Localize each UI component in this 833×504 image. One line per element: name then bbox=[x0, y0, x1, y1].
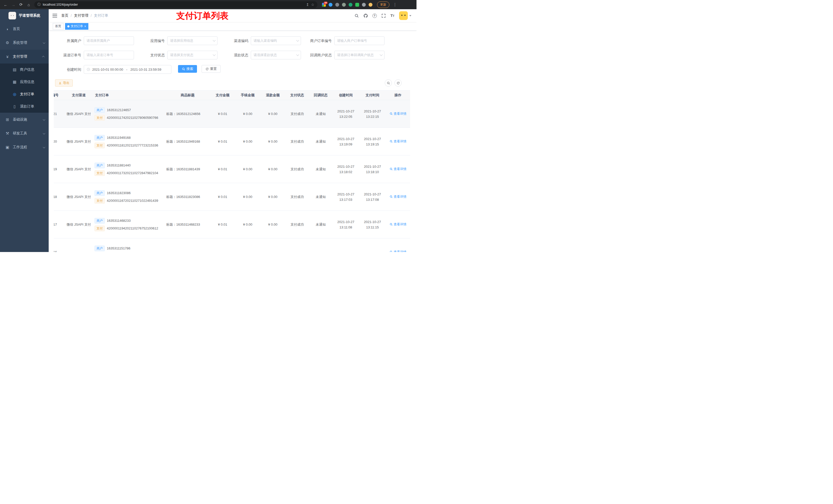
cell-id: 16 bbox=[54, 238, 64, 252]
briefcase-icon: ▣ bbox=[5, 145, 10, 149]
col-order: 支付订单 bbox=[94, 91, 165, 100]
filter-refund-status: 退款状态 请选择退款状态 bbox=[222, 51, 301, 59]
cell-status: 支付成功 bbox=[285, 211, 309, 238]
hamburger-icon[interactable] bbox=[52, 14, 57, 18]
merchant-order-no: 1635311823086 bbox=[107, 191, 130, 195]
breadcrumb-payment[interactable]: 支付管理 bbox=[74, 13, 88, 18]
refresh-table-icon[interactable] bbox=[395, 79, 402, 87]
merchant-order-no-input[interactable]: 请输入商户订单编号 bbox=[334, 37, 384, 45]
github-icon[interactable] bbox=[363, 13, 368, 18]
extension-icon[interactable] bbox=[329, 3, 332, 7]
cell-actions: 查看详情 bbox=[386, 238, 410, 252]
view-detail-link[interactable]: 查看详情 bbox=[389, 195, 406, 199]
search-button[interactable]: 搜索 bbox=[178, 65, 197, 73]
top-navbar: 首页 / 支付管理 / 支付订单 支付订单列表 ? TT bbox=[49, 9, 416, 22]
cell-pay-time: 2021-10-27 13:22:15 bbox=[359, 100, 386, 128]
filter-pay-status: 支付状态 请选择支付状态 bbox=[139, 51, 217, 59]
channel-order-no-input[interactable]: 请输入渠道订单号 bbox=[84, 51, 134, 59]
sidebar-item-home[interactable]: ◗ 首页 bbox=[0, 22, 49, 36]
view-detail-link[interactable]: 查看详情 bbox=[389, 222, 406, 226]
browser-home-icon[interactable]: ⌂ bbox=[25, 1, 32, 8]
tags-view-bar: 首页 支付订单 × bbox=[49, 22, 416, 31]
export-button[interactable]: 导出 bbox=[55, 79, 73, 87]
cell-id: 18 bbox=[54, 183, 64, 211]
channel-code-select[interactable]: 请输入渠道编码 bbox=[251, 37, 301, 45]
user-menu[interactable] bbox=[399, 11, 411, 20]
merchant-order-no: 1635311151786 bbox=[107, 246, 130, 250]
search-icon bbox=[389, 250, 393, 252]
browser-menu-icon[interactable]: ⋮ bbox=[391, 1, 399, 8]
sidebar-item-devtools[interactable]: ⚒ 研发工具 bbox=[0, 126, 49, 140]
sidebar-item-infra[interactable]: ⊞ 基础设施 bbox=[0, 113, 49, 126]
cell-title: 标题：1635311468233 bbox=[165, 211, 210, 238]
bookmark-star-icon[interactable]: ☆ bbox=[311, 3, 314, 7]
url-text: localhost:1024/pay/order bbox=[43, 3, 304, 6]
extension-icon[interactable] bbox=[335, 3, 339, 7]
view-detail-link[interactable]: 查看详情 bbox=[389, 250, 406, 252]
search-icon[interactable] bbox=[354, 13, 359, 18]
view-detail-link[interactable]: 查看详情 bbox=[389, 167, 406, 171]
cell-channel: 微信 JSAPI 支付 bbox=[64, 183, 94, 211]
cell-actions: 查看详情 bbox=[386, 155, 410, 183]
sidebar-item-merchant-info[interactable]: ▤ 商户信息 bbox=[0, 64, 49, 76]
search-icon bbox=[389, 223, 393, 226]
reset-button[interactable]: 重置 bbox=[201, 65, 220, 73]
sidebar-item-payment[interactable]: ¥ 支付管理 bbox=[0, 50, 49, 64]
sidebar-item-app-info[interactable]: ▦ 应用信息 bbox=[0, 76, 49, 88]
extension-icon[interactable] bbox=[342, 3, 346, 7]
sidebar-item-workflow[interactable]: ▣ 工作流程 bbox=[0, 140, 49, 154]
view-detail-link[interactable]: 查看详情 bbox=[389, 139, 406, 144]
col-id: 编号 bbox=[54, 91, 64, 100]
breadcrumb-home[interactable]: 首页 bbox=[61, 13, 68, 18]
cell-create-time: 2021-10-27 13:22:05 bbox=[332, 100, 359, 128]
col-refund: 退款金额 bbox=[260, 91, 285, 100]
tools-icon: ⚒ bbox=[5, 131, 10, 136]
sidebar-item-refund-order[interactable]: ▯ 退款订单 bbox=[0, 100, 49, 113]
extension-icon[interactable] bbox=[349, 3, 353, 7]
share-icon[interactable]: ↥ bbox=[306, 3, 309, 7]
extension-chat-icon[interactable] bbox=[355, 3, 359, 7]
browser-address-bar[interactable]: ⓘ localhost:1024/pay/order ↥ ☆ bbox=[34, 1, 317, 8]
help-icon[interactable]: ? bbox=[372, 13, 377, 18]
site-info-icon[interactable]: ⓘ bbox=[38, 2, 41, 7]
pay-order-no: 4200001181202110277723215336 bbox=[107, 143, 158, 147]
font-size-icon[interactable]: TT bbox=[390, 13, 395, 18]
tab-home[interactable]: 首页 bbox=[53, 23, 64, 30]
pay-order-no: 4200001167202110271022491439 bbox=[107, 199, 158, 202]
browser-refresh-icon[interactable]: ⟳ bbox=[18, 1, 25, 8]
tab-pay-order[interactable]: 支付订单 × bbox=[65, 23, 88, 30]
sidebar-logo[interactable]: 芋道管理系统 bbox=[0, 9, 49, 22]
col-channel: 支付渠道 bbox=[64, 91, 94, 100]
cell-pay-time: 2021-10-27 13:11:15 bbox=[359, 211, 386, 238]
close-icon[interactable]: × bbox=[84, 25, 86, 28]
view-detail-link[interactable]: 查看详情 bbox=[389, 112, 406, 116]
app-select[interactable]: 请选择应用信息 bbox=[167, 37, 217, 45]
cell-id: 20 bbox=[54, 128, 64, 155]
profile-avatar-icon[interactable] bbox=[368, 3, 373, 7]
cell-notify: 未通知 bbox=[309, 100, 332, 128]
merchant-select[interactable]: 请选择所属商户 bbox=[84, 37, 134, 45]
cell-create-time: 2021-10-27 13:18:02 bbox=[332, 155, 359, 183]
browser-update-button[interactable]: 更新 bbox=[377, 2, 389, 8]
date-range-picker[interactable]: 2021-10-01 00:00:00 - 2021-10-31 23:59:5… bbox=[84, 65, 171, 74]
toggle-search-icon[interactable] bbox=[385, 79, 392, 87]
logo-image bbox=[8, 12, 16, 20]
refund-status-select[interactable]: 请选择退款状态 bbox=[251, 51, 301, 59]
extensions-puzzle-icon[interactable] bbox=[362, 3, 366, 7]
sidebar-item-pay-order[interactable]: ◎ 支付订单 bbox=[0, 88, 49, 100]
merchant-order-no: 1635311949168 bbox=[107, 136, 130, 140]
filter-row-2: 渠道订单号 请输入渠道订单号 支付状态 请选择支付状态 退款状态 请选择退款状态 bbox=[54, 51, 411, 59]
browser-forward-icon[interactable]: → bbox=[10, 1, 17, 8]
browser-back-icon[interactable]: ← bbox=[2, 1, 9, 8]
notify-status-select[interactable]: 请选择订单回调商户状态 bbox=[334, 51, 384, 59]
extension-grid-icon[interactable]: 10 bbox=[322, 3, 326, 7]
sidebar-item-system[interactable]: ⚙ 系统管理 bbox=[0, 36, 49, 50]
cell-title: 标题：1635311881439 bbox=[165, 155, 210, 183]
pay-status-select[interactable]: 请选择支付状态 bbox=[167, 51, 217, 59]
cell-refund bbox=[260, 238, 285, 252]
cell-order: 商户 1635311823086 支付 42000011672021102710… bbox=[94, 183, 165, 211]
fullscreen-icon[interactable] bbox=[381, 13, 386, 18]
filter-notify-status: 回调商户状态 请选择订单回调商户状态 bbox=[306, 51, 384, 59]
sidebar: 芋道管理系统 ◗ 首页 ⚙ 系统管理 ¥ 支付管理 ▤ 商户信息 ▦ 应用信息 bbox=[0, 9, 49, 252]
cell-amount: ¥ 0.01 bbox=[210, 100, 235, 128]
